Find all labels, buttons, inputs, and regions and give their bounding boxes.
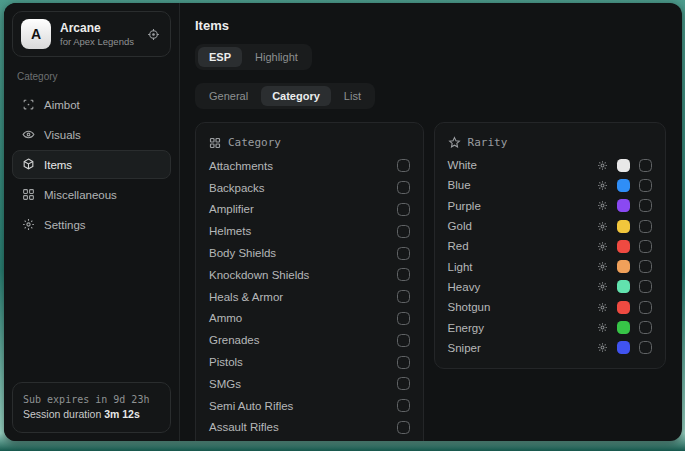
rarity-color-swatch[interactable]	[617, 341, 630, 354]
rarity-color-swatch[interactable]	[617, 159, 630, 172]
rarity-item-label: Sniper	[448, 342, 597, 354]
mode-esp[interactable]: ESP	[198, 47, 242, 67]
brand-logo: A	[21, 19, 51, 49]
gear-icon	[22, 218, 35, 231]
tab-category[interactable]: Category	[261, 86, 331, 106]
category-item-label: Amplifier	[209, 203, 397, 215]
mode-highlight[interactable]: Highlight	[244, 47, 309, 67]
category-row: Pistols	[209, 351, 410, 373]
session-duration-text: Session duration 3m 12s	[23, 407, 160, 423]
rarity-color-swatch[interactable]	[617, 260, 630, 273]
rarity-color-swatch[interactable]	[617, 240, 630, 253]
category-row: Assault Rifles	[209, 417, 410, 439]
category-item-label: Ammo	[209, 312, 397, 324]
rarity-item-label: Purple	[448, 200, 597, 212]
app-window: A Arcane for Apex Legends Category Aimbo…	[4, 3, 682, 441]
category-item-label: SMGs	[209, 378, 397, 390]
category-checkbox[interactable]	[397, 268, 410, 281]
category-item-label: Pistols	[209, 356, 397, 368]
category-row: Backpacks	[209, 177, 410, 199]
sidebar-item-items[interactable]: Items	[12, 150, 171, 179]
rarity-color-swatch[interactable]	[617, 179, 630, 192]
gear-icon[interactable]	[597, 281, 608, 292]
subscription-card: Sub expires in 9d 23h Session duration 3…	[12, 382, 171, 433]
rarity-row: Red	[448, 236, 652, 256]
rarity-item-label: White	[448, 159, 597, 171]
main-content: Items ESPHighlight GeneralCategoryList C…	[180, 3, 682, 441]
rarity-item-label: Red	[448, 240, 597, 252]
category-item-label: Helmets	[209, 225, 397, 237]
rarity-row: Sniper	[448, 338, 652, 358]
category-checkbox[interactable]	[397, 356, 410, 369]
tab-bar: GeneralCategoryList	[195, 83, 375, 109]
rarity-row: Heavy	[448, 277, 652, 297]
rarity-row: Light	[448, 256, 652, 276]
rarity-checkbox[interactable]	[639, 159, 652, 172]
grid-icon	[22, 188, 35, 201]
sub-expiry-text: Sub expires in 9d 23h	[23, 392, 160, 407]
category-row: Body Shields	[209, 242, 410, 264]
category-checkbox[interactable]	[397, 159, 410, 172]
tab-list[interactable]: List	[333, 86, 372, 106]
rarity-checkbox[interactable]	[639, 240, 652, 253]
eye-icon	[22, 128, 35, 141]
rarity-color-swatch[interactable]	[617, 220, 630, 233]
category-panel: Category AttachmentsBackpacksAmplifierHe…	[195, 122, 424, 441]
category-checkbox[interactable]	[397, 334, 410, 347]
category-item-label: Attachments	[209, 160, 397, 172]
gear-icon[interactable]	[597, 200, 608, 211]
session-duration-value: 3m 12s	[104, 408, 140, 420]
sidebar-item-miscellaneous[interactable]: Miscellaneous	[12, 180, 171, 209]
category-panel-title: Category	[228, 136, 281, 149]
rarity-color-swatch[interactable]	[617, 199, 630, 212]
crosshair-icon	[22, 98, 35, 111]
category-checkbox[interactable]	[397, 399, 410, 412]
gear-icon[interactable]	[597, 302, 608, 313]
category-checkbox[interactable]	[397, 225, 410, 238]
sidebar-item-aimbot[interactable]: Aimbot	[12, 90, 171, 119]
star-icon	[448, 136, 461, 149]
category-checkbox[interactable]	[397, 377, 410, 390]
rarity-checkbox[interactable]	[639, 301, 652, 314]
rarity-checkbox[interactable]	[639, 321, 652, 334]
gear-icon[interactable]	[597, 241, 608, 252]
sidebar-nav: AimbotVisualsItemsMiscellaneousSettings	[12, 90, 171, 239]
category-checkbox[interactable]	[397, 247, 410, 260]
category-row: Knockdown Shields	[209, 264, 410, 286]
rarity-checkbox[interactable]	[639, 260, 652, 273]
gear-icon[interactable]	[597, 221, 608, 232]
rarity-row: Shotgun	[448, 297, 652, 317]
category-item-label: Semi Auto Rifles	[209, 400, 397, 412]
sidebar: A Arcane for Apex Legends Category Aimbo…	[4, 3, 180, 441]
rarity-row: Blue	[448, 175, 652, 195]
rarity-checkbox[interactable]	[639, 220, 652, 233]
rarity-color-swatch[interactable]	[617, 321, 630, 334]
rarity-item-label: Light	[448, 261, 597, 273]
rarity-checkbox[interactable]	[639, 179, 652, 192]
category-checkbox[interactable]	[397, 203, 410, 216]
category-row: Ammo	[209, 308, 410, 330]
sidebar-item-settings[interactable]: Settings	[12, 210, 171, 239]
sidebar-item-label: Visuals	[44, 129, 81, 141]
rarity-color-swatch[interactable]	[617, 280, 630, 293]
category-checkbox[interactable]	[397, 312, 410, 325]
rarity-color-swatch[interactable]	[617, 301, 630, 314]
category-checkbox[interactable]	[397, 181, 410, 194]
category-checkbox[interactable]	[397, 290, 410, 303]
gear-icon[interactable]	[597, 322, 608, 333]
rarity-checkbox[interactable]	[639, 341, 652, 354]
category-item-label: Heals & Armor	[209, 291, 397, 303]
rarity-checkbox[interactable]	[639, 280, 652, 293]
gear-icon[interactable]	[597, 342, 608, 353]
brand-card: A Arcane for Apex Legends	[12, 11, 171, 57]
category-checkbox[interactable]	[397, 421, 410, 434]
tab-general[interactable]: General	[198, 86, 259, 106]
sidebar-item-visuals[interactable]: Visuals	[12, 120, 171, 149]
target-icon[interactable]	[145, 26, 162, 43]
gear-icon[interactable]	[597, 180, 608, 191]
sidebar-item-label: Items	[44, 159, 72, 171]
gear-icon[interactable]	[597, 160, 608, 171]
sidebar-item-label: Miscellaneous	[44, 189, 117, 201]
rarity-checkbox[interactable]	[639, 199, 652, 212]
gear-icon[interactable]	[597, 261, 608, 272]
